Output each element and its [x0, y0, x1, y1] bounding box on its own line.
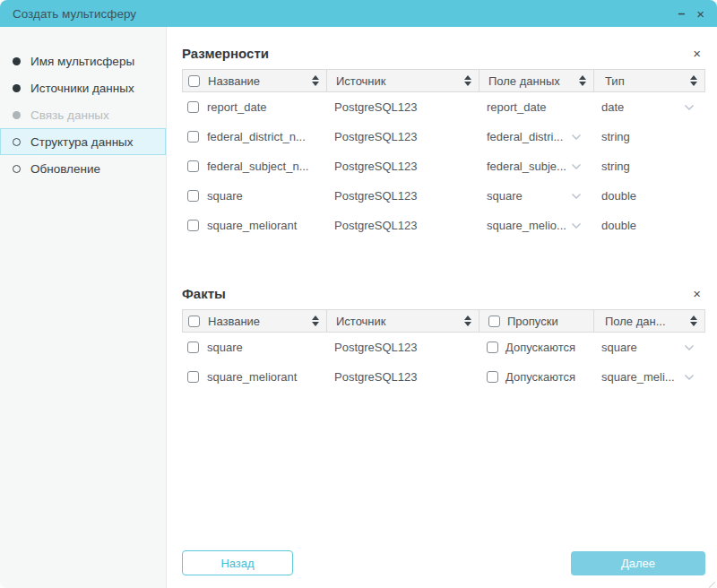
table-row: report_date PostgreSQL123 report_date da…	[182, 92, 705, 122]
row-checkbox[interactable]	[187, 220, 199, 231]
cell-source: PostgreSQL123	[334, 219, 418, 232]
header-cell-name: Название	[183, 70, 326, 91]
sort-icon[interactable]	[685, 75, 697, 86]
field-select[interactable]: square_meli...	[592, 362, 705, 392]
type-select[interactable]: date	[592, 92, 705, 122]
facts-section: Факты × Название Источник Пр	[182, 285, 705, 392]
cell-gaps: Допускаются	[505, 341, 575, 354]
sidebar-item-label: Источники данных	[30, 82, 134, 95]
cell-type: string	[601, 130, 630, 143]
cell-field: square	[601, 341, 637, 354]
cell-field: report_date	[487, 100, 547, 114]
row-checkbox[interactable]	[187, 160, 199, 172]
dimensions-close-icon[interactable]: ×	[688, 45, 705, 62]
back-button[interactable]: Назад	[182, 550, 293, 575]
column-label: Название	[208, 74, 260, 88]
cell-name: square_meliorant	[207, 219, 297, 232]
cell-source: PostgreSQL123	[334, 100, 418, 114]
row-checkbox[interactable]	[187, 190, 199, 202]
field-select[interactable]: square_melio...	[478, 211, 592, 240]
step-done-dot-icon	[13, 57, 21, 65]
field-select[interactable]: square	[592, 333, 705, 362]
header-cell-name: Название	[183, 310, 326, 332]
cell-type: date	[601, 100, 624, 114]
step-circle-icon	[13, 165, 21, 173]
sort-icon[interactable]	[459, 75, 471, 86]
chevron-down-icon[interactable]	[571, 163, 582, 170]
main-panel: Размерности × Название Источник Поле дан…	[167, 27, 717, 588]
next-button[interactable]: Далее	[571, 551, 705, 575]
cell-source: PostgreSQL123	[334, 130, 418, 143]
gaps-checkbox[interactable]	[487, 371, 498, 383]
chevron-down-icon[interactable]	[684, 374, 695, 381]
facts-close-icon[interactable]: ×	[688, 285, 705, 302]
select-all-checkbox[interactable]	[188, 75, 200, 87]
sidebar-item-multisphere-name[interactable]: Имя мультисферы	[0, 48, 166, 74]
dialog-window: Создать мультисферу – × Имя мультисферы …	[0, 0, 717, 588]
row-checkbox[interactable]	[187, 342, 199, 353]
sort-icon[interactable]	[574, 75, 586, 86]
close-icon[interactable]: ×	[696, 7, 704, 21]
column-label: Название	[208, 315, 260, 328]
sidebar-item-label: Имя мультисферы	[30, 55, 134, 68]
facts-header-row: Название Источник Пропуски Поле дан...	[182, 309, 705, 333]
column-label: Источник	[336, 315, 386, 328]
cell-gaps: Допускаются	[505, 370, 575, 384]
column-label: Поле дан...	[605, 315, 666, 328]
header-cell-field: Поле данных	[479, 70, 593, 91]
field-select[interactable]: federal_subje...	[478, 151, 592, 181]
minimize-icon[interactable]: –	[678, 7, 685, 20]
dimensions-title: Размерности	[182, 46, 269, 61]
table-row: federal_district_n... PostgreSQL123 fede…	[182, 122, 705, 151]
window-title: Создать мультисферу	[13, 7, 136, 21]
header-cell-field: Поле дан...	[593, 310, 704, 332]
sidebar-item-update[interactable]: Обновление	[0, 155, 166, 182]
gaps-all-checkbox[interactable]	[488, 316, 500, 327]
row-checkbox[interactable]	[187, 131, 199, 143]
row-checkbox[interactable]	[187, 371, 199, 383]
table-row: square_meliorant PostgreSQL123 square_me…	[182, 211, 705, 240]
field-select[interactable]: federal_distri...	[478, 122, 592, 151]
sidebar-item-label: Связь данных	[30, 108, 109, 122]
sidebar-item-data-sources[interactable]: Источники данных	[0, 74, 166, 101]
column-label: Поле данных	[488, 74, 560, 88]
cell-name: square	[207, 189, 243, 203]
steps-sidebar: Имя мультисферы Источники данных Связь д…	[0, 27, 167, 588]
chevron-down-icon[interactable]	[684, 104, 695, 111]
table-row: square_meliorant PostgreSQL123 Допускают…	[182, 362, 705, 392]
header-cell-type: Тип	[593, 70, 704, 91]
cell-name: report_date	[207, 100, 267, 114]
facts-title: Факты	[182, 286, 226, 301]
column-label: Источник	[336, 74, 386, 88]
header-cell-source: Источник	[326, 310, 479, 332]
chevron-down-icon[interactable]	[571, 222, 582, 229]
sidebar-item-label: Обновление	[30, 162, 100, 176]
step-done-dot-icon	[13, 84, 21, 92]
step-disabled-dot-icon	[13, 111, 21, 119]
cell-field: federal_distri...	[487, 130, 563, 143]
field-select[interactable]: square	[478, 181, 592, 211]
sort-icon[interactable]	[459, 316, 471, 326]
cell-source: PostgreSQL123	[334, 341, 418, 354]
chevron-down-icon[interactable]	[684, 344, 695, 351]
cell-field: square_melio...	[487, 219, 566, 232]
cell-name: federal_district_n...	[207, 130, 306, 143]
chevron-down-icon[interactable]	[571, 193, 582, 200]
cell-type: string	[601, 160, 630, 173]
row-checkbox[interactable]	[187, 101, 199, 113]
sidebar-item-data-structure[interactable]: Структура данных	[0, 128, 166, 155]
dimensions-header-row: Название Источник Поле данных Тип	[182, 69, 705, 92]
table-row: federal_subject_n... PostgreSQL123 feder…	[182, 151, 705, 181]
sort-icon[interactable]	[307, 316, 319, 326]
table-row: square PostgreSQL123 Допускаются square	[182, 333, 705, 362]
step-circle-icon	[13, 138, 21, 146]
sort-icon[interactable]	[685, 316, 697, 326]
cell-source: PostgreSQL123	[334, 160, 418, 173]
select-all-checkbox[interactable]	[188, 316, 200, 327]
gaps-checkbox[interactable]	[487, 342, 498, 353]
table-row: square PostgreSQL123 square double	[182, 181, 705, 211]
column-label: Тип	[605, 74, 625, 88]
sort-icon[interactable]	[307, 75, 319, 86]
chevron-down-icon[interactable]	[571, 134, 582, 141]
column-label: Пропуски	[507, 315, 558, 328]
